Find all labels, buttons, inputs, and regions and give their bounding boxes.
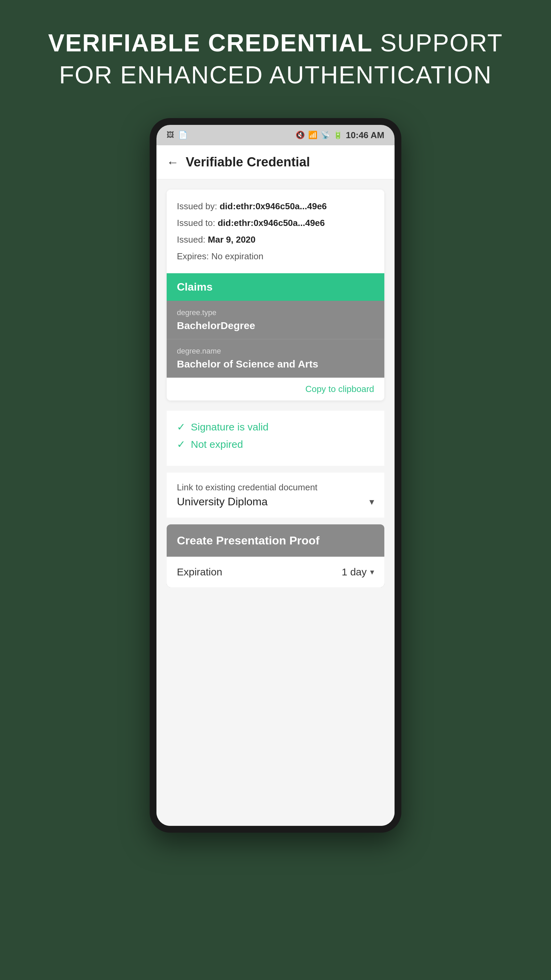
issued-by-value: did:ethr:0x946c50a...49e6 — [220, 201, 327, 211]
proof-title: Create Presentation Proof — [177, 534, 319, 547]
issued-to-value: did:ethr:0x946c50a...49e6 — [218, 218, 325, 228]
copy-clipboard-button[interactable]: Copy to clipboard — [305, 384, 374, 394]
issued-by-label: Issued by: — [177, 201, 220, 211]
checkmark-expired-icon: ✓ — [177, 438, 185, 450]
claim2-label: degree.name — [177, 347, 374, 356]
main-area: Issued by: did:ethr:0x946c50a...49e6 Iss… — [156, 179, 395, 826]
battery-icon: 🔋 — [333, 130, 343, 140]
link-credential-value: University Diploma — [177, 495, 268, 508]
issued-to-label: Issued to: — [177, 218, 218, 228]
app-bar-title: Verifiable Credential — [186, 155, 310, 169]
presentation-proof-section: Create Presentation Proof Expiration 1 d… — [167, 524, 384, 587]
header-light: SUPPORT — [373, 29, 503, 56]
status-bar-right: 🔇 📶 📡 🔋 10:46 AM — [295, 130, 384, 140]
expiration-row[interactable]: Expiration 1 day ▾ — [167, 557, 384, 587]
issued-by-row: Issued by: did:ethr:0x946c50a...49e6 — [177, 200, 374, 213]
status-bar: 🖼 📄 🔇 📶 📡 🔋 10:46 AM — [156, 125, 395, 145]
signature-valid-item: ✓ Signature is valid — [177, 421, 374, 433]
claims-header: Claims — [167, 273, 384, 301]
signature-valid-text: Signature is valid — [191, 421, 268, 433]
checkmark-valid-icon: ✓ — [177, 421, 185, 433]
page-header: VERIFIABLE CREDENTIAL SUPPORT FOR ENHANC… — [48, 27, 503, 91]
phone-shell: 🖼 📄 🔇 📶 📡 🔋 10:46 AM ← Verifiable Creden… — [150, 118, 401, 833]
credential-card: Issued by: did:ethr:0x946c50a...49e6 Iss… — [167, 189, 384, 401]
proof-header: Create Presentation Proof — [167, 524, 384, 557]
claim-row-1: degree.type BachelorDegree — [167, 301, 384, 339]
claim-row-2: degree.name Bachelor of Science and Arts — [167, 339, 384, 378]
screen-content: ← Verifiable Credential Issued by: did:e… — [156, 145, 395, 826]
issued-to-row: Issued to: did:ethr:0x946c50a...49e6 — [177, 216, 374, 230]
link-credential-section: Link to existing credential document Uni… — [167, 473, 384, 517]
issued-date: Mar 9, 2020 — [208, 234, 256, 245]
link-credential-label: Link to existing credential document — [177, 482, 374, 493]
expires-label: Expires: — [177, 251, 211, 261]
app-bar: ← Verifiable Credential — [156, 145, 395, 179]
status-bar-left: 🖼 📄 — [167, 130, 187, 140]
claim1-label: degree.type — [177, 308, 374, 317]
signal-icon: 📡 — [321, 130, 330, 140]
dropdown-arrow-icon: ▾ — [369, 496, 374, 508]
header-bold: VERIFIABLE CREDENTIAL — [48, 29, 373, 56]
issued-date-row: Issued: Mar 9, 2020 — [177, 233, 374, 247]
notification-icon: 🖼 — [167, 130, 174, 140]
expiration-label: Expiration — [177, 566, 222, 578]
expires-value: No expiration — [211, 251, 263, 261]
mute-icon: 🔇 — [295, 130, 305, 140]
signature-section: ✓ Signature is valid ✓ Not expired — [167, 411, 384, 466]
not-expired-item: ✓ Not expired — [177, 438, 374, 450]
expiration-value-text: 1 day — [342, 566, 367, 578]
header-line2: FOR ENHANCED AUTHENTICATION — [48, 59, 503, 91]
expiration-dropdown-arrow-icon: ▾ — [370, 567, 374, 577]
link-credential-dropdown[interactable]: University Diploma ▾ — [177, 495, 374, 508]
status-time: 10:46 AM — [346, 130, 384, 140]
expires-row: Expires: No expiration — [177, 250, 374, 263]
claim2-value: Bachelor of Science and Arts — [177, 358, 374, 370]
not-expired-text: Not expired — [191, 439, 243, 450]
expiration-value-group: 1 day ▾ — [342, 566, 374, 578]
wifi-icon: 📶 — [308, 130, 318, 140]
file-icon: 📄 — [178, 130, 187, 140]
claim1-value: BachelorDegree — [177, 320, 374, 331]
credential-info: Issued by: did:ethr:0x946c50a...49e6 Iss… — [167, 189, 384, 273]
issued-label: Issued: — [177, 234, 208, 245]
claims-title: Claims — [177, 281, 213, 293]
copy-clipboard-section: Copy to clipboard — [167, 378, 384, 401]
back-button[interactable]: ← — [167, 155, 179, 169]
